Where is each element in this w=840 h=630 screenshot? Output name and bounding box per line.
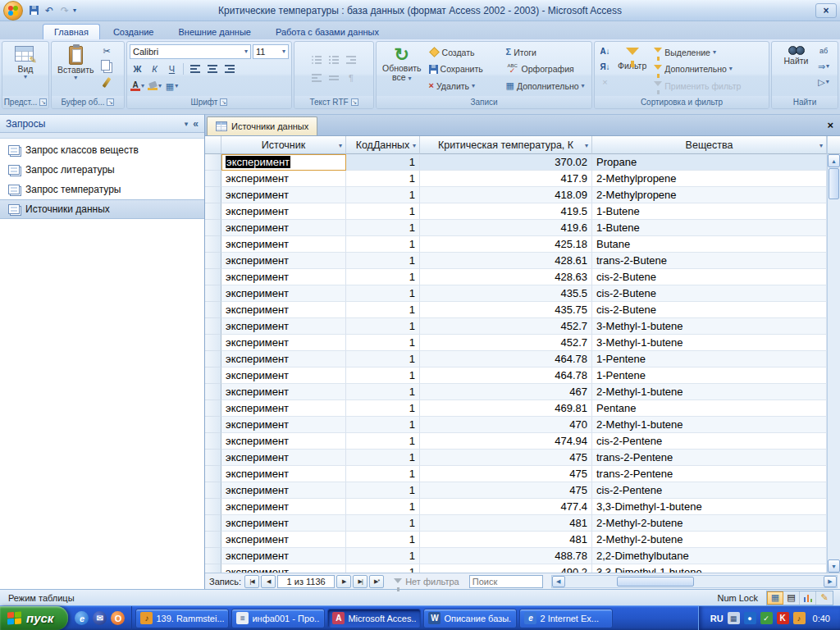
scrollbar-track[interactable] <box>828 167 840 559</box>
table-cell[interactable]: 474.94 <box>420 433 592 450</box>
table-cell[interactable]: эксперимент <box>221 433 346 450</box>
table-cell[interactable]: 2-Methylpropene <box>592 187 827 203</box>
align-left-button[interactable] <box>187 62 203 76</box>
row-selector[interactable] <box>205 285 221 302</box>
paste-button[interactable]: Вставить ▾ <box>54 43 98 94</box>
row-selector[interactable] <box>205 318 221 335</box>
tab-sozdanie[interactable]: Создание <box>102 24 166 39</box>
delete-record-button[interactable]: ×Удалить▾ <box>427 78 502 94</box>
table-cell[interactable]: 467 <box>420 384 592 400</box>
table-cell[interactable]: 1 <box>346 400 420 417</box>
table-cell[interactable]: 490.2 <box>420 564 592 573</box>
shutter-bar-icon[interactable]: « <box>193 118 199 130</box>
table-cell[interactable]: 1 <box>346 335 420 351</box>
column-header-istochnik[interactable]: Источник ▾ <box>221 136 346 154</box>
advanced-filter-button[interactable]: Дополнительно▾ <box>651 62 746 77</box>
table-cell[interactable]: Pentane <box>592 400 827 417</box>
table-cell[interactable]: эксперимент <box>221 171 346 187</box>
row-selector[interactable] <box>205 302 221 318</box>
decrease-indent-button[interactable] <box>344 52 359 67</box>
totals-button[interactable]: ΣИтоги <box>504 44 589 60</box>
document-tab[interactable]: Источники данных <box>207 116 317 135</box>
table-cell[interactable]: эксперимент <box>221 466 346 482</box>
first-record-button[interactable]: |◀ <box>244 575 259 588</box>
redo-button[interactable]: ↷ <box>57 3 72 18</box>
table-cell[interactable]: 1 <box>346 318 420 335</box>
row-selector[interactable] <box>205 417 221 433</box>
table-cell[interactable]: эксперимент <box>221 400 346 417</box>
table-cell[interactable]: эксперимент <box>221 335 346 351</box>
dialog-launcher-icon[interactable]: ↘ <box>220 98 227 106</box>
mail-quicklaunch-icon[interactable]: ✉ <box>93 611 107 625</box>
filter-button[interactable]: Фильтр <box>614 43 650 94</box>
table-cell[interactable]: 1 <box>346 499 420 515</box>
row-selector[interactable] <box>205 384 221 400</box>
start-button[interactable]: пуск <box>0 606 68 630</box>
row-selector[interactable] <box>205 466 221 482</box>
table-cell[interactable]: 425.18 <box>420 236 592 253</box>
replace-button[interactable]: аб <box>816 43 832 58</box>
table-cell[interactable]: 1 <box>346 417 420 433</box>
column-header-veshchestva[interactable]: Вещества ▾ <box>592 136 827 154</box>
table-cell[interactable]: 2-Methylpropene <box>592 171 827 187</box>
record-position[interactable]: 1 из 1136 <box>277 575 335 588</box>
table-cell[interactable]: эксперимент <box>221 269 346 285</box>
table-cell[interactable]: 1 <box>346 466 420 482</box>
horizontal-scrollbar[interactable]: ◀ ▶ <box>551 575 838 588</box>
table-cell[interactable]: 417.9 <box>420 171 592 187</box>
row-selector[interactable] <box>205 203 221 220</box>
goto-button[interactable]: ⇒▾ <box>816 59 832 74</box>
table-cell[interactable]: 475 <box>420 450 592 466</box>
bullet-list-button[interactable] <box>309 52 325 67</box>
table-cell[interactable]: 3,3-Dimethyl-1-butene <box>592 499 827 515</box>
table-cell[interactable]: cis-2-Butene <box>592 302 827 318</box>
close-document-icon[interactable]: × <box>827 120 833 130</box>
table-cell[interactable]: trans-2-Pentene <box>592 450 827 466</box>
increase-indent-button[interactable] <box>309 71 325 85</box>
table-cell[interactable]: 470 <box>420 417 592 433</box>
datasheet-view-button[interactable]: ▦ <box>767 591 783 605</box>
row-selector[interactable] <box>205 351 221 368</box>
table-cell[interactable]: эксперимент <box>221 302 346 318</box>
save-button[interactable] <box>26 3 41 18</box>
scroll-left-button[interactable]: ◀ <box>552 576 565 587</box>
table-cell[interactable]: 419.6 <box>420 220 592 236</box>
table-cell[interactable]: 3-Methyl-1-butene <box>592 318 827 335</box>
table-cell[interactable]: эксперимент <box>221 368 346 384</box>
table-cell[interactable]: 475 <box>420 482 592 499</box>
dialog-launcher-icon[interactable]: ↘ <box>107 98 114 106</box>
row-selector[interactable] <box>205 450 221 466</box>
more-records-button[interactable]: ▦Дополнительно▾ <box>504 78 589 94</box>
refresh-all-button[interactable]: ↻ Обновить все ▾ <box>379 43 425 94</box>
table-cell[interactable]: cis-2-Pentene <box>592 482 827 499</box>
task-button-microsoft-access[interactable]: A Microsoft Acces... <box>327 609 421 628</box>
find-button[interactable]: Найти <box>778 43 815 94</box>
table-cell[interactable]: 418.09 <box>420 187 592 203</box>
table-cell[interactable]: эксперимент <box>221 351 346 368</box>
tab-glavnaya[interactable]: Главная <box>43 24 100 39</box>
table-cell[interactable]: 452.7 <box>420 318 592 335</box>
table-cell[interactable]: 428.61 <box>420 253 592 269</box>
table-cell[interactable]: 1 <box>346 351 420 368</box>
table-cell[interactable]: 2-Methyl-1-butene <box>592 417 827 433</box>
task-button-opisanie-bazy[interactable]: W Описание базы... <box>423 609 517 628</box>
table-cell[interactable]: 1-Pentene <box>592 351 827 368</box>
vertical-scrollbar[interactable]: ▲ ▼ <box>827 136 840 573</box>
table-cell[interactable]: 481 <box>420 532 592 548</box>
text-direction-button[interactable] <box>326 71 342 85</box>
table-cell[interactable]: Propane <box>592 154 827 171</box>
undo-button[interactable]: ↶ <box>42 3 57 18</box>
table-cell[interactable]: эксперимент <box>221 515 346 532</box>
fill-color-button[interactable]: ▾ <box>147 79 162 94</box>
select-all-cell[interactable] <box>205 136 221 154</box>
new-record-ribbon-button[interactable]: Создать <box>427 44 502 60</box>
column-header-temperatura[interactable]: Критическая температура, К ▾ <box>420 136 592 154</box>
align-center-button[interactable] <box>204 62 220 76</box>
table-cell[interactable]: 1 <box>346 368 420 384</box>
row-selector[interactable] <box>205 482 221 499</box>
office-button[interactable] <box>3 1 23 21</box>
design-view-button[interactable]: ✎ <box>816 591 833 605</box>
tab-vneshnie-dannye[interactable]: Внешние данные <box>167 24 262 39</box>
table-cell[interactable]: 370.02 <box>420 154 592 171</box>
table-cell[interactable]: 435.75 <box>420 302 592 318</box>
